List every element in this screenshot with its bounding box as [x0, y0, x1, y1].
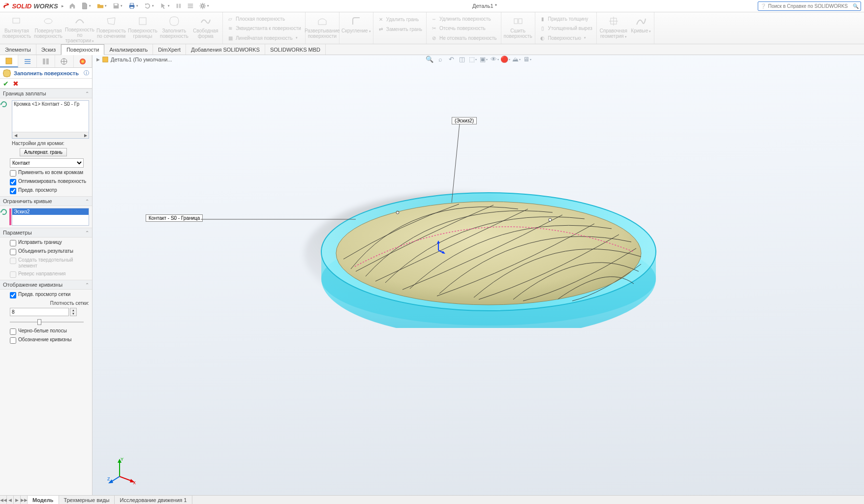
boundary-surface-button[interactable]: Поверхность границы: [127, 13, 158, 43]
contact-type-dropdown[interactable]: Контакт: [10, 158, 84, 168]
svg-rect-6: [188, 4, 193, 5]
save-icon[interactable]: [110, 0, 125, 11]
previous-view-icon[interactable]: ↶: [446, 55, 456, 64]
thicken-button[interactable]: ▮Придать толщину: [536, 14, 595, 24]
optimize-surface-checkbox[interactable]: Оптимизировать поверхность: [10, 178, 89, 185]
tab-addins[interactable]: Добавления SOLIDWORKS: [186, 44, 265, 55]
filled-surface-button[interactable]: Заполнить поверхность: [158, 13, 190, 43]
cut-with-surface-button[interactable]: ◐Поверхностью: [536, 33, 595, 43]
tab-dimxpert[interactable]: DimXpert: [153, 44, 186, 55]
fix-boundary-checkbox[interactable]: Исправить границу: [10, 239, 89, 246]
freeform-button[interactable]: Свободная форма: [190, 13, 221, 43]
featuremanager-tab-icon[interactable]: [0, 55, 18, 67]
mesh-density-spinner[interactable]: ▲▼: [10, 308, 89, 316]
lofted-surface-button[interactable]: Поверхность по сечениям: [95, 13, 127, 43]
panel-help-icon[interactable]: ⓘ: [84, 69, 89, 77]
window-title: Деталь1 *: [212, 3, 758, 9]
apply-to-all-checkbox[interactable]: Применить ко всем кромкам: [10, 170, 89, 177]
file-props-icon[interactable]: [185, 0, 196, 11]
display-style-icon[interactable]: ▣: [479, 55, 489, 64]
tab-features[interactable]: Элементы: [0, 44, 36, 55]
section-options[interactable]: Параметры: [0, 228, 92, 237]
open-icon[interactable]: [94, 0, 109, 11]
svg-rect-22: [43, 59, 45, 64]
mesh-preview-checkbox[interactable]: Предв. просмотр сетки: [10, 292, 89, 298]
section-curvature-display[interactable]: Отображение кривизны: [0, 280, 92, 290]
offset-surface-button[interactable]: ≋Эквидистанта к поверхности: [224, 24, 304, 33]
motion-study-tab[interactable]: Исследование движения 1: [115, 496, 192, 504]
scroll-right-icon[interactable]: ▶: [82, 132, 89, 138]
section-view-icon[interactable]: ◫: [457, 55, 467, 64]
select-icon[interactable]: [157, 0, 172, 11]
replace-face-button[interactable]: ⇄Заменить грань: [374, 24, 425, 34]
scene-icon[interactable]: ⛰: [511, 55, 521, 64]
mesh-density-slider[interactable]: [10, 318, 84, 326]
svg-rect-19: [25, 59, 31, 60]
curvature-checkbox[interactable]: Обозначение кривизны: [10, 337, 89, 344]
zoom-fit-icon[interactable]: 🔍: [425, 55, 434, 64]
model-preview: [311, 166, 666, 328]
dimxpert-tab-icon[interactable]: [55, 55, 73, 67]
svg-text:Y: Y: [121, 457, 123, 462]
merge-result-checkbox[interactable]: Объединить результаты: [10, 248, 89, 255]
section-constraint-curves[interactable]: Ограничить кривые: [0, 196, 92, 206]
3d-views-tab[interactable]: Трехмерные виды: [59, 496, 115, 504]
cancel-button[interactable]: ✖: [13, 80, 19, 88]
svg-rect-4: [177, 4, 179, 8]
flatten-surface-button[interactable]: Развертывание поверхности: [307, 13, 338, 43]
delete-face-button[interactable]: ✕Удалить грань: [374, 14, 425, 24]
scroll-left-icon[interactable]: ◀: [12, 132, 19, 138]
displaymanager-tab-icon[interactable]: [74, 55, 92, 67]
tab-mbd[interactable]: SOLIDWORKS MBD: [265, 44, 326, 55]
preview-checkbox[interactable]: Предв. просмотр: [10, 187, 89, 194]
view-orientation-triad[interactable]: Y X Z: [107, 456, 137, 485]
thickened-cut-button[interactable]: ▯Утолщенный вырез: [536, 24, 595, 33]
create-solid-checkbox: Создать твердотельный элемент: [10, 257, 89, 269]
untrim-surface-button[interactable]: ⊘Не отсекать поверхность: [428, 33, 500, 43]
section-patch-boundary[interactable]: Граница заплаты: [0, 89, 92, 98]
appearance-icon[interactable]: 🔴: [500, 55, 510, 64]
planar-surface-button[interactable]: ▱Плоская поверхность: [224, 14, 304, 24]
propertymanager-tab-icon[interactable]: [18, 55, 36, 67]
rebuild-icon[interactable]: [173, 0, 184, 11]
tab-surfaces[interactable]: Поверхности: [61, 44, 104, 55]
revolved-surface-button[interactable]: Повернутая поверхность: [32, 13, 64, 43]
boundary-edges-list[interactable]: Кромка <1> Контакт - S0 - Гр ◀▶: [12, 100, 89, 139]
fillet-button[interactable]: Скругление: [340, 13, 372, 43]
options-icon[interactable]: [197, 0, 212, 11]
svg-rect-14: [519, 19, 522, 24]
extend-surface-button[interactable]: ↔Удлинить поверхность: [428, 14, 500, 24]
home-icon[interactable]: [67, 0, 78, 11]
reference-geometry-button[interactable]: Справочная геометрия: [598, 13, 629, 43]
tab-sketch[interactable]: Эскиз: [36, 44, 61, 55]
flyout-breadcrumb[interactable]: ▶ Деталь1 (По умолчани...: [96, 56, 172, 63]
ruled-surface-button[interactable]: ▦Линейчатая поверхность: [224, 33, 304, 43]
help-search-input[interactable]: Поиск в Справке по SOLIDWORKS: [758, 1, 861, 11]
extruded-surface-button[interactable]: Вытянутая поверхность: [1, 13, 32, 43]
view-orientation-icon[interactable]: ⬚: [468, 55, 478, 64]
zoom-area-icon[interactable]: ⌕: [435, 55, 445, 64]
swept-surface-button[interactable]: Поверхность по траектории: [64, 13, 95, 43]
tab-nav-controls[interactable]: ◀◀◀▶▶▶: [0, 496, 28, 504]
constraint-curves-list[interactable]: Эскиз2: [12, 208, 89, 226]
ok-button[interactable]: ✔: [3, 80, 9, 88]
svg-rect-13: [514, 19, 518, 24]
print-icon[interactable]: [126, 0, 141, 11]
curves-button[interactable]: Кривые: [629, 13, 653, 43]
trim-surface-button[interactable]: ✂Отсечь поверхность: [428, 24, 500, 33]
origin-triad: [431, 239, 446, 254]
alternate-face-button[interactable]: Альтернат. грань: [20, 148, 67, 156]
tab-evaluate[interactable]: Анализировать: [104, 44, 153, 55]
new-icon[interactable]: [79, 0, 93, 11]
svg-line-38: [452, 124, 460, 203]
loop-icon: [0, 208, 8, 216]
undo-icon[interactable]: [142, 0, 156, 11]
model-tab[interactable]: Модель: [28, 496, 59, 504]
view-settings-icon[interactable]: 🖥: [522, 55, 532, 64]
graphics-area[interactable]: ▶ Деталь1 (По умолчани... 🔍 ⌕ ↶ ◫ ⬚ ▣ 👁 …: [93, 55, 864, 495]
configmanager-tab-icon[interactable]: [37, 55, 55, 67]
svg-rect-21: [25, 63, 31, 64]
zebra-stripes-checkbox[interactable]: Черно-белые полосы: [10, 328, 89, 335]
knit-surface-button[interactable]: Сшить поверхность: [502, 13, 534, 43]
hide-show-icon[interactable]: 👁: [490, 55, 499, 64]
